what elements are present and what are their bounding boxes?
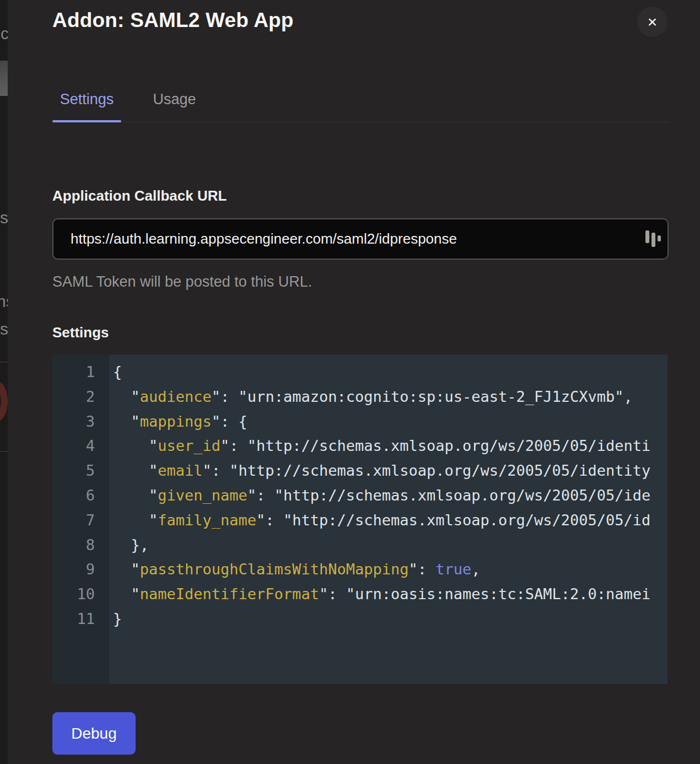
background-logo-fragment [0,380,8,422]
code-line-content: "audience": "urn:amazon:cognito:sp:us-ea… [109,385,667,410]
code-editor[interactable]: 1{2 "audience": "urn:amazon:cognito:sp:u… [52,354,667,684]
page: c s ns s Addon: SAML2 Web App × Settings… [0,0,700,764]
line-number: 10 [52,582,109,607]
code-line[interactable]: 11} [52,607,667,632]
line-number: 1 [52,360,109,385]
tab-settings[interactable]: Settings [52,83,121,116]
line-number: 7 [52,508,109,533]
code-line[interactable]: 4 "user_id": "http://schemas.xmlsoap.org… [52,434,667,459]
line-number: 2 [52,385,109,410]
background-divider [0,362,8,363]
active-tab-underline [52,120,121,122]
callback-url-input[interactable] [52,218,669,260]
code-line-content: { [109,360,667,385]
background-partial-box [0,61,8,96]
close-button[interactable]: × [637,7,667,37]
code-line-content: }, [109,533,667,558]
background-partial-text: ns [0,292,8,311]
code-line[interactable]: 2 "audience": "urn:amazon:cognito:sp:us-… [52,385,667,410]
code-line-content: "nameIdentifierFormat": "urn:oasis:names… [109,582,667,607]
line-number: 8 [52,533,109,558]
callback-url-helper: SAML Token will be posted to this URL. [52,273,312,290]
tab-usage[interactable]: Usage [140,83,209,116]
code-line-content: "mappings": { [109,410,667,434]
addon-saml2-modal: Addon: SAML2 Web App × Settings Usage Ap… [8,0,700,764]
code-line[interactable]: 8 }, [52,533,667,558]
password-manager-icon[interactable] [642,228,663,249]
code-line-content: "family_name": "http://schemas.xmlsoap.o… [109,508,667,533]
background-divider [0,451,8,452]
code-line-content: "given_name": "http://schemas.xmlsoap.or… [109,483,667,508]
background-partial-text: s [0,208,8,227]
code-line[interactable]: 6 "given_name": "http://schemas.xmlsoap.… [52,483,667,508]
code-line-content: } [109,607,667,632]
line-number: 4 [52,434,109,459]
line-number: 6 [52,483,109,508]
modal-title: Addon: SAML2 Web App [52,9,294,32]
background-partial-text: s [0,320,8,338]
code-line[interactable]: 9 "passthroughClaimsWithNoMapping": true… [52,557,667,582]
tabs-divider [52,122,669,122]
code-line-content: "email": "http://schemas.xmlsoap.org/ws/… [109,459,667,483]
code-line-content: "passthroughClaimsWithNoMapping": true, [109,557,667,582]
code-line[interactable]: 5 "email": "http://schemas.xmlsoap.org/w… [52,459,667,483]
background-page-sliver: c s ns s [0,0,8,764]
code-line-content: "user_id": "http://schemas.xmlsoap.org/w… [109,434,667,459]
line-number: 3 [52,410,109,434]
background-partial-text: c [1,24,8,43]
code-line[interactable]: 1{ [52,360,667,385]
line-number: 11 [52,607,109,632]
callback-url-label: Application Callback URL [52,187,227,205]
code-line[interactable]: 3 "mappings": { [52,410,667,434]
close-icon: × [648,14,658,30]
line-number: 5 [52,459,109,483]
line-number: 9 [52,557,109,582]
code-line[interactable]: 10 "nameIdentifierFormat": "urn:oasis:na… [52,582,667,607]
code-line[interactable]: 7 "family_name": "http://schemas.xmlsoap… [52,508,667,533]
callback-url-field [52,218,669,260]
settings-section-label: Settings [52,324,109,341]
debug-button[interactable]: Debug [52,712,136,755]
